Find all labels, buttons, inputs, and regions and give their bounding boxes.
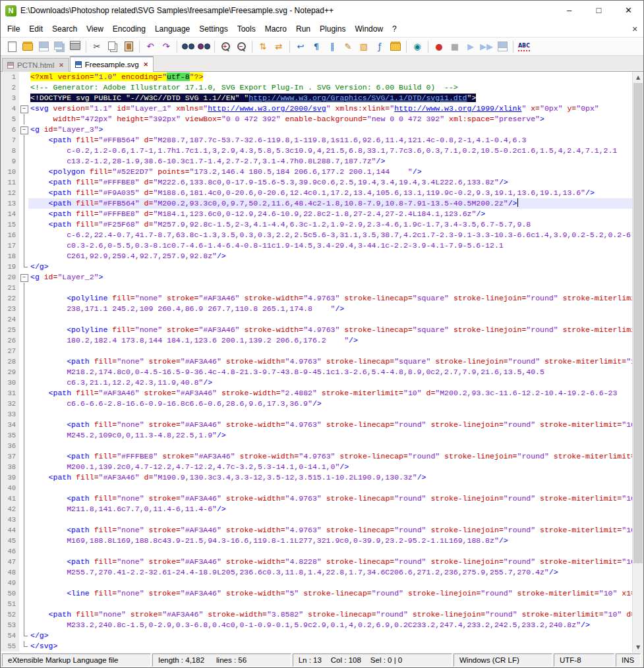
menu-item-file[interactable]: File <box>3 22 24 36</box>
show-all-characters-button[interactable]: ¶ <box>309 40 324 54</box>
line-number[interactable]: 21 <box>1 283 19 293</box>
code-text[interactable]: <polyline fill="none" stroke="#AF3A46" s… <box>28 293 632 304</box>
code-line-46[interactable]: 46 <box>1 546 632 557</box>
code-line-38[interactable]: 38 M200.1,139.2c0,4.7-12.2,4.7-12.2,4.7c… <box>1 462 632 472</box>
close-button[interactable]: ✕ <box>614 1 643 20</box>
code-line-7[interactable]: 7 <path fill="#FFB564" d="M288.7,187.7c-… <box>1 135 632 146</box>
code-text[interactable]: <path fill="none" stroke="#AF3A46" strok… <box>28 557 632 567</box>
code-text[interactable] <box>28 441 632 451</box>
code-line-6[interactable]: 6<g id="Layer_3"> <box>1 125 632 135</box>
line-number[interactable]: 3 <box>1 93 19 103</box>
code-text[interactable]: c-0.2,1.2-0.6,1.7-1,1.7h1.7c1.1,3,2.9,4.… <box>28 146 632 156</box>
redo-button[interactable]: ↷ <box>159 40 173 54</box>
show-indent-guide-button[interactable]: ∥ <box>325 40 339 54</box>
code-area[interactable]: 1<?xml version="1.0" encoding="utf-8"?>2… <box>1 72 632 653</box>
code-line-3[interactable]: 3<!DOCTYPE svg PUBLIC "-//W3C//DTD SVG 1… <box>1 93 632 103</box>
line-number[interactable]: 11 <box>1 177 19 188</box>
replace-button[interactable] <box>196 40 211 54</box>
code-line-51[interactable]: 51 <box>1 599 632 609</box>
code-text[interactable]: c-6.2,22.4-0.7,41.7-8.7,63.8c-1.3,3.5,0.… <box>28 230 632 240</box>
folder-as-workspace-button[interactable] <box>388 40 403 54</box>
line-number[interactable]: 38 <box>1 462 19 472</box>
code-text[interactable]: M211.8,141.6c7.7,0,11.4-6,11.4-6"/> <box>28 504 632 515</box>
line-number[interactable]: 10 <box>1 167 19 177</box>
line-number[interactable]: 33 <box>1 409 19 420</box>
menu-item-window[interactable]: Window <box>350 22 388 36</box>
code-line-23[interactable]: 23 238,171.1 245.2,109 260.4,86.9 267.7,… <box>1 304 632 314</box>
line-number[interactable]: 32 <box>1 399 19 409</box>
line-number[interactable]: 30 <box>1 377 19 388</box>
code-line-2[interactable]: 2<!-- Generator: Adobe Illustrator 17.1.… <box>1 82 632 93</box>
menu-item-search[interactable]: Search <box>47 22 82 36</box>
code-line-8[interactable]: 8 c-0.2,1.2-0.6,1.7-1,1.7h1.7c1.1,3,2.9,… <box>1 146 632 156</box>
scrollbar-track[interactable] <box>633 83 643 642</box>
code-text[interactable]: <path fill="#FFB564" d="M288.7,187.7c-53… <box>28 135 632 146</box>
line-number[interactable]: 18 <box>1 251 19 262</box>
code-text[interactable]: <!-- Generator: Adobe Illustrator 17.1.0… <box>28 82 632 93</box>
code-text[interactable] <box>28 409 632 420</box>
status-eol-format[interactable]: Windows (CR LF) <box>454 654 552 667</box>
code-text[interactable]: c6.3,21.1,12.2,42.3,11.9,40.8"/> <box>28 377 632 388</box>
line-number[interactable]: 20 <box>1 272 19 283</box>
fold-collapse-icon[interactable] <box>19 103 28 114</box>
line-number[interactable]: 35 <box>1 430 19 441</box>
line-number[interactable]: 43 <box>1 515 19 525</box>
save-file-button[interactable] <box>36 40 51 54</box>
code-text[interactable]: <path fill="#FFFBE8" d="M184.1,123.6c0,0… <box>28 209 632 219</box>
line-number[interactable]: 49 <box>1 578 19 588</box>
code-text[interactable] <box>28 346 632 356</box>
menu-item-encoding[interactable]: Encoding <box>108 22 150 36</box>
code-line-12[interactable]: 12 <path fill="#F9A035" d="M188.6,181.4c… <box>1 188 632 198</box>
code-text[interactable]: <path fill="#F9A035" d="M188.6,181.4c0,0… <box>28 188 632 198</box>
find-button[interactable] <box>181 40 195 54</box>
maximize-button[interactable]: □ <box>584 1 614 20</box>
line-number[interactable]: 39 <box>1 472 19 483</box>
code-line-31[interactable]: 31 <path fill="#AF3A46" stroke="#AF3A46"… <box>1 388 632 399</box>
code-line-19[interactable]: 19</g> <box>1 262 632 272</box>
line-number[interactable]: 26 <box>1 335 19 346</box>
code-line-26[interactable]: 26 180.2,182.4 173.8,144 184.1,123.6 200… <box>1 335 632 346</box>
code-text[interactable]: M245.2,109c0,0,11.3-4.8,22.5,1.9"/> <box>28 430 632 441</box>
line-number[interactable]: 1 <box>1 72 19 82</box>
code-line-32[interactable]: 32 c6.6-6.6-2.8-16.6-0.9-16.8c6.6-0.6,28… <box>1 399 632 409</box>
fold-collapse-icon[interactable] <box>19 272 28 283</box>
tab-close-icon[interactable]: ✕ <box>144 62 149 68</box>
code-text[interactable]: M169,188.8L169,188.8c43.9-21.5,94.3-16.6… <box>28 536 632 546</box>
vertical-scrollbar[interactable]: ▲ ▼ <box>632 72 643 653</box>
code-text[interactable]: width="472px" height="392px" viewBox="0 … <box>28 114 632 125</box>
line-number[interactable]: 6 <box>1 125 19 135</box>
code-text[interactable] <box>28 314 632 325</box>
code-line-47[interactable]: 47 <path fill="none" stroke="#AF3A46" st… <box>1 557 632 567</box>
line-number[interactable]: 51 <box>1 599 19 609</box>
tab-close-icon[interactable]: ✕ <box>59 63 64 69</box>
menu-item-language[interactable]: Language <box>150 22 194 36</box>
line-number[interactable]: 7 <box>1 135 19 146</box>
run-macro-multiple-times-button[interactable]: ▶▶ <box>479 40 494 54</box>
sync-horizontal-scrolling-button[interactable]: ⇄ <box>272 40 286 54</box>
code-text[interactable]: <path fill="none" stroke="#AF3A46" strok… <box>28 420 632 430</box>
code-line-48[interactable]: 48 M255.7,270.41-2.2-32.61-24.4-18.9L205… <box>1 567 632 578</box>
code-line-36[interactable]: 36 <box>1 441 632 451</box>
cut-button[interactable]: ✂ <box>90 40 104 54</box>
code-text[interactable] <box>28 483 632 493</box>
document-map-button[interactable]: ▧ <box>357 40 371 54</box>
code-line-54[interactable]: 54</g> <box>1 630 632 641</box>
code-text[interactable]: <path fill="#FFFBE8" stroke="#AF3A46" st… <box>28 451 632 462</box>
code-text[interactable]: <polygon fill="#52E2D7" points="173.2,14… <box>28 167 632 177</box>
zoom-out-button[interactable]: − <box>234 40 249 54</box>
code-text[interactable] <box>28 283 632 293</box>
editor[interactable]: 1<?xml version="1.0" encoding="utf-8"?>2… <box>1 72 643 653</box>
menu-item-view[interactable]: View <box>82 22 108 36</box>
code-line-30[interactable]: 30 c6.3,21.1,12.2,42.3,11.9,40.8"/> <box>1 377 632 388</box>
line-number[interactable]: 14 <box>1 209 19 219</box>
code-line-25[interactable]: 25 <polyline fill="none" stroke="#AF3A46… <box>1 325 632 335</box>
code-text[interactable]: <path fill="none" stroke="#AF3A46" strok… <box>28 525 632 536</box>
code-text[interactable]: c13.2-1.2,28-1.9,38.6-10.3c1.7-1.4,2.7-2… <box>28 156 632 167</box>
scrollbar-thumb[interactable] <box>633 83 643 563</box>
code-line-21[interactable]: 21 <box>1 283 632 293</box>
code-text[interactable]: c0.3-2.6,0-5.5,0.3-8.1c0.7-4.6-1.4-6.4-0… <box>28 240 632 251</box>
code-line-41[interactable]: 41 <path fill="none" stroke="#AF3A46" st… <box>1 493 632 504</box>
scroll-up-arrow-icon[interactable]: ▲ <box>633 72 643 83</box>
code-line-9[interactable]: 9 c13.2-1.2,28-1.9,38.6-10.3c1.7-1.4,2.7… <box>1 156 632 167</box>
code-text[interactable]: M200.1,139.2c0,4.7-12.2,4.7-12.2,4.7c-3.… <box>28 462 632 472</box>
